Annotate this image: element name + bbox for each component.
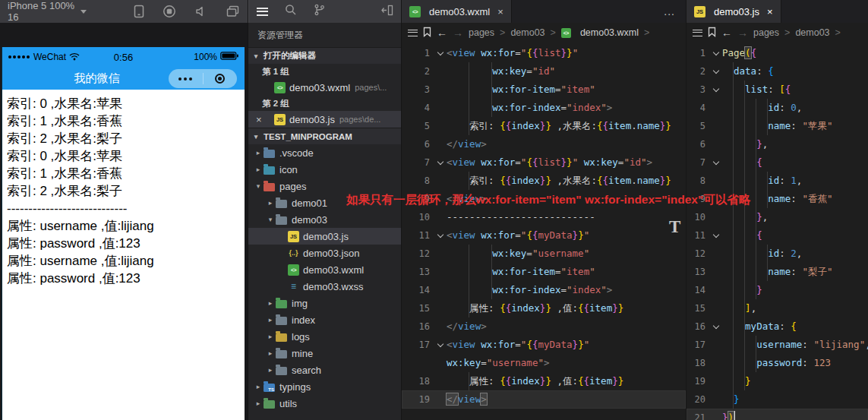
nav-forward-icon[interactable]: → — [737, 27, 748, 39]
code-line[interactable]: 18password: 123 — [687, 354, 868, 372]
code-line[interactable]: 21}) — [687, 409, 868, 420]
code-line[interactable]: 2wx:key="id" — [402, 62, 686, 81]
code-line[interactable]: 13wx:for-item="item" — [402, 263, 686, 281]
code-line[interactable]: 11{ — [687, 226, 868, 245]
close-icon[interactable]: × — [767, 6, 773, 17]
code-line[interactable]: 19</view> — [402, 390, 686, 409]
code-line[interactable]: 15属性: {{index}} ,值:{{item}} — [402, 299, 686, 317]
tree-item-search[interactable]: ▸search — [248, 362, 401, 378]
breadcrumb-item[interactable]: pages — [753, 27, 779, 38]
expand-arrow-icon[interactable]: ▸ — [265, 366, 276, 374]
code-line[interactable]: 4wx:for-index="index"> — [402, 99, 686, 117]
breadcrumb-item[interactable]: demo03 — [795, 27, 829, 38]
code-line[interactable]: wx:key="username"> — [402, 354, 686, 372]
tree-item-typings[interactable]: ▸typings — [248, 378, 401, 395]
code-line[interactable]: 15], — [687, 299, 868, 317]
mute-speaker-icon[interactable] — [194, 5, 208, 17]
code-line[interactable]: 17<view wx:for="{{myData}}" — [402, 336, 686, 354]
code-line[interactable]: 19} — [687, 372, 868, 390]
outline-menu-icon[interactable] — [693, 30, 702, 36]
fold-chevron-icon[interactable] — [434, 48, 447, 59]
open-editors-header[interactable]: ▾ 打开的编辑器 — [248, 47, 401, 64]
screenshot-icon[interactable] — [226, 5, 240, 17]
fold-chevron-icon[interactable] — [709, 157, 722, 169]
code-line[interactable]: 14wx:for-index="index"> — [402, 281, 686, 299]
js-code-editor[interactable]: 1Page({2data: {3list: [{4id: 0,5name: "苹… — [687, 43, 868, 420]
code-line[interactable]: 3wx:for-item="item" — [402, 81, 686, 99]
code-line[interactable]: 1Page({ — [687, 44, 868, 62]
fold-chevron-icon[interactable] — [709, 48, 722, 59]
expand-arrow-icon[interactable]: ▸ — [265, 316, 276, 324]
open-editor-demo03-wxml[interactable]: <> demo03.wxml pages\... — [248, 79, 401, 96]
code-line[interactable]: 1<view wx:for="{{list}}" — [402, 44, 686, 62]
code-line[interactable]: 5name: "苹果" — [687, 117, 868, 135]
code-line[interactable]: 2data: { — [687, 62, 868, 81]
code-line[interactable]: 10}, — [687, 208, 868, 226]
expand-arrow-icon[interactable]: ▾ — [253, 182, 264, 190]
device-frame-icon[interactable] — [134, 5, 144, 18]
fold-chevron-icon[interactable] — [709, 84, 722, 96]
tree-item-icon[interactable]: ▸icon — [248, 161, 401, 178]
tree-item-logs[interactable]: ▸logs — [248, 328, 401, 345]
stop-record-icon[interactable] — [163, 5, 176, 18]
tree-item-demo01[interactable]: ▸demo01 — [248, 194, 401, 211]
wxml-code-editor[interactable]: 1<view wx:for="{{list}}"2wx:key="id"3wx:… — [402, 43, 686, 420]
tree-item-img[interactable]: ▸img — [248, 295, 401, 311]
code-line[interactable]: 18属性: {{index}} ,值:{{item}} — [402, 372, 686, 390]
tree-item-index[interactable]: ▸index — [248, 311, 401, 328]
code-line[interactable]: 4id: 0, — [687, 99, 868, 117]
menu-icon[interactable] — [257, 8, 268, 16]
nav-forward-icon[interactable]: → — [453, 27, 463, 39]
close-icon[interactable]: × — [497, 6, 503, 17]
code-line[interactable]: 13name: "梨子" — [687, 263, 868, 281]
expand-arrow-icon[interactable]: ▸ — [253, 166, 264, 173]
fold-chevron-icon[interactable] — [709, 321, 722, 333]
breadcrumb-item[interactable]: pages — [469, 27, 494, 38]
tree-item-demo03.wxss[interactable]: ≡demo03.wxss — [248, 278, 401, 295]
code-line[interactable]: 11<view wx:for="{{myData}}" — [402, 226, 686, 245]
code-line[interactable]: 9name: "香蕉" — [687, 190, 868, 208]
breadcrumb-file[interactable]: demo03.wxml — [580, 27, 639, 38]
git-branch-icon[interactable] — [314, 4, 325, 19]
code-line[interactable]: 17username: "lijiang", — [687, 336, 868, 354]
code-line[interactable]: 14} — [687, 281, 868, 299]
code-line[interactable]: 10-------------------------- — [402, 208, 686, 226]
code-line[interactable]: 20} — [687, 390, 868, 409]
code-line[interactable]: 16myData: { — [687, 317, 868, 336]
fold-chevron-icon[interactable] — [709, 230, 722, 242]
open-editor-demo03-js[interactable]: × JS demo03.js pages\de... — [248, 111, 401, 128]
tree-item-demo03.wxml[interactable]: <>demo03.wxml — [248, 261, 401, 278]
code-line[interactable]: 16</view> — [402, 317, 686, 336]
tree-item-utils[interactable]: ▸utils — [248, 395, 401, 412]
bookmark-icon[interactable] — [708, 27, 716, 39]
expand-arrow-icon[interactable]: ▾ — [265, 216, 276, 223]
code-line[interactable]: 3list: [{ — [687, 81, 868, 99]
toggle-panel-icon[interactable] — [381, 5, 393, 19]
bookmark-icon[interactable] — [423, 27, 431, 39]
more-actions-button[interactable]: ... — [664, 5, 686, 17]
expand-arrow-icon[interactable]: ▸ — [265, 333, 276, 340]
more-menu-button[interactable] — [169, 77, 203, 81]
code-line[interactable]: 12wx:key="username" — [402, 245, 686, 263]
expand-arrow-icon[interactable]: ▸ — [253, 383, 264, 390]
project-section-header[interactable]: ▾ TEST_MINPROGRAM — [248, 128, 401, 144]
tree-item-demo03[interactable]: ▾demo03 — [248, 211, 401, 228]
fold-chevron-icon[interactable] — [709, 66, 722, 77]
expand-arrow-icon[interactable]: ▸ — [265, 199, 276, 207]
code-line[interactable]: 6</view> — [402, 135, 686, 153]
exit-miniprogram-button[interactable] — [204, 74, 238, 84]
code-line[interactable]: 7<view wx:for="{{list}}" wx:key="id"> — [402, 153, 686, 172]
code-line[interactable]: 8索引: {{index}} ,水果名:{{item.name}} — [402, 172, 686, 190]
search-icon[interactable] — [285, 4, 297, 19]
code-line[interactable]: 12id: 2, — [687, 245, 868, 263]
tree-item-demo03.js[interactable]: JSdemo03.js — [248, 228, 401, 245]
tree-item-demo03.json[interactable]: {..}demo03.json — [248, 245, 401, 261]
breadcrumb-item[interactable]: demo03 — [510, 27, 544, 38]
code-line[interactable]: 8id: 1, — [687, 172, 868, 190]
expand-arrow-icon[interactable]: ▸ — [253, 399, 264, 407]
code-line[interactable]: 5索引: {{index}} ,水果名:{{item.name}} — [402, 117, 686, 135]
expand-arrow-icon[interactable]: ▸ — [265, 299, 276, 307]
fold-chevron-icon[interactable] — [434, 230, 447, 242]
tree-item-mine[interactable]: ▸mine — [248, 345, 401, 362]
nav-back-icon[interactable]: ← — [721, 27, 732, 39]
